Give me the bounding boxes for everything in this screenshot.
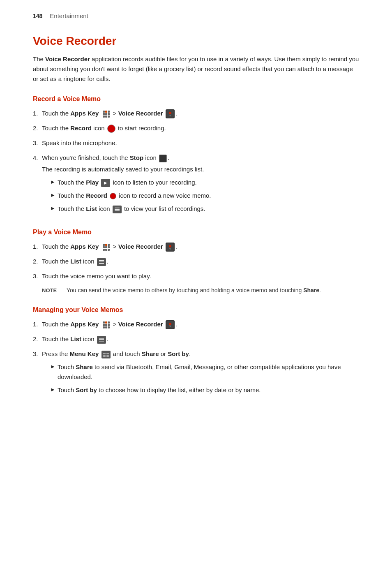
svg-rect-34 — [103, 321, 105, 324]
svg-rect-23 — [103, 249, 105, 251]
svg-rect-11 — [169, 115, 171, 116]
svg-rect-40 — [103, 326, 105, 328]
svg-rect-46 — [170, 326, 171, 327]
bullet-text: Touch the List icon to view your list of… — [58, 204, 205, 214]
svg-rect-38 — [105, 324, 107, 326]
svg-rect-20 — [103, 246, 105, 248]
manage-step-2: 2. Touch the List icon . — [33, 334, 359, 344]
play-step-1: 1. Touch the Apps Key — [33, 242, 359, 252]
bullet-arrow: ► — [50, 386, 58, 394]
subheading-record: Record a Voice Memo — [33, 95, 359, 103]
svg-rect-25 — [108, 249, 110, 251]
apps-key-label: Apps Key — [70, 321, 99, 328]
vr-svg2 — [166, 243, 174, 251]
step-content: Touch the Apps Key > Voice Recorder — [42, 242, 359, 252]
apps-key-icon3 — [101, 320, 111, 329]
svg-rect-19 — [108, 244, 110, 246]
svg-point-27 — [169, 245, 171, 247]
svg-rect-0 — [103, 111, 105, 113]
list-label: List — [70, 258, 81, 265]
svg-rect-22 — [108, 246, 110, 248]
list-svg3 — [98, 337, 105, 343]
svg-rect-55 — [106, 355, 109, 357]
svg-rect-52 — [103, 353, 106, 354]
svg-rect-29 — [170, 249, 171, 250]
bullet-text: Touch Sort by to choose how to display t… — [58, 385, 261, 395]
step-content: When you're finished, touch the Stop ico… — [42, 153, 359, 217]
list-svg — [113, 206, 121, 213]
menu-key-icon — [101, 351, 111, 358]
svg-rect-32 — [99, 261, 104, 262]
menu-key-svg — [102, 351, 110, 358]
svg-rect-5 — [108, 113, 110, 115]
step-content: Touch the Apps Key > Voice — [42, 109, 359, 118]
svg-rect-17 — [103, 244, 105, 246]
apps-key-svg2 — [102, 243, 110, 251]
step-num: 2. — [33, 123, 42, 133]
subheading-manage: Managing your Voice Memos — [33, 306, 359, 314]
bullet-arrow: ► — [50, 204, 58, 213]
manage-step-1: 1. Touch the Apps Key — [33, 319, 359, 329]
share-label: Share — [142, 350, 159, 357]
record-step-2: 2. Touch the Record icon to start record… — [33, 123, 359, 133]
svg-rect-3 — [103, 113, 105, 115]
section-title: Voice Recorder — [33, 35, 359, 48]
list-label: List — [70, 335, 81, 342]
svg-rect-39 — [108, 324, 110, 326]
manage-steps-list: 1. Touch the Apps Key — [33, 319, 359, 398]
svg-rect-12 — [170, 116, 171, 116]
voice-recorder-label: Voice Recorder — [118, 321, 163, 328]
svg-rect-33 — [99, 263, 104, 264]
step4-bullets: ► Touch the Play ▶ icon to listen to you… — [42, 178, 359, 214]
play-icon: ▶ — [101, 179, 110, 187]
svg-rect-4 — [105, 113, 107, 115]
manage-bullet-share: ► Touch Share to send via Bluetooth, Ema… — [50, 362, 359, 382]
step-content: Press the Menu Key and touch Share or So… — [42, 349, 359, 398]
step-num: 1. — [33, 242, 42, 252]
note-text: You can send the voice memo to others by… — [67, 286, 321, 295]
voice-recorder-icon — [166, 109, 175, 118]
bullet-text: Touch the Record icon to record a new vo… — [58, 191, 211, 201]
play-steps-list: 1. Touch the Apps Key — [33, 242, 359, 281]
voice-recorder-icon2 — [166, 243, 175, 252]
bullet-arrow: ► — [50, 178, 58, 187]
svg-rect-18 — [105, 244, 107, 246]
svg-rect-24 — [105, 249, 107, 251]
step-num: 4. — [33, 153, 42, 163]
step-num: 3. — [33, 271, 42, 281]
subheading-play: Play a Voice Memo — [33, 229, 359, 236]
step-num: 2. — [33, 257, 42, 266]
apps-key-icon — [101, 109, 111, 118]
share-bold: Share — [303, 287, 319, 294]
intro-text: The Voice Recorder application records a… — [33, 54, 359, 84]
svg-rect-8 — [108, 116, 110, 118]
play-note-box: NOTE You can send the voice memo to othe… — [42, 286, 359, 295]
step-content: Touch the Record icon to start recording… — [42, 123, 359, 133]
play-step-3: 3. Touch the voice memo you want to play… — [33, 271, 359, 281]
svg-rect-1 — [105, 111, 107, 113]
vr-svg3 — [166, 321, 174, 328]
svg-rect-35 — [105, 321, 107, 324]
record-icon — [107, 125, 115, 133]
page-number: 148 — [33, 13, 42, 19]
list-icon3 — [97, 336, 106, 344]
apps-key-svg3 — [102, 321, 110, 329]
step-content: Touch the Apps Key > Voice Recorder — [42, 319, 359, 329]
bullet-arrow: ► — [50, 191, 58, 200]
step-content: Touch the List icon . — [42, 257, 359, 266]
svg-point-10 — [169, 112, 171, 114]
record-step-3: 3. Speak into the microphone. — [33, 138, 359, 148]
list-icon2 — [97, 258, 106, 266]
voice-recorder-label: Voice Recorder — [118, 110, 163, 117]
list-icon — [113, 206, 122, 213]
svg-rect-16 — [115, 210, 120, 211]
step-content: Speak into the microphone. — [42, 138, 359, 148]
manage-bullets: ► Touch Share to send via Bluetooth, Ema… — [42, 362, 359, 395]
manage-bullet-sortby: ► Touch Sort by to choose how to display… — [50, 385, 359, 395]
note-label: NOTE — [42, 287, 63, 295]
bullet-play: ► Touch the Play ▶ icon to listen to you… — [50, 178, 359, 187]
svg-rect-37 — [103, 324, 105, 326]
svg-rect-14 — [115, 208, 120, 208]
svg-rect-15 — [115, 209, 120, 210]
stop-label: Stop — [130, 154, 143, 161]
